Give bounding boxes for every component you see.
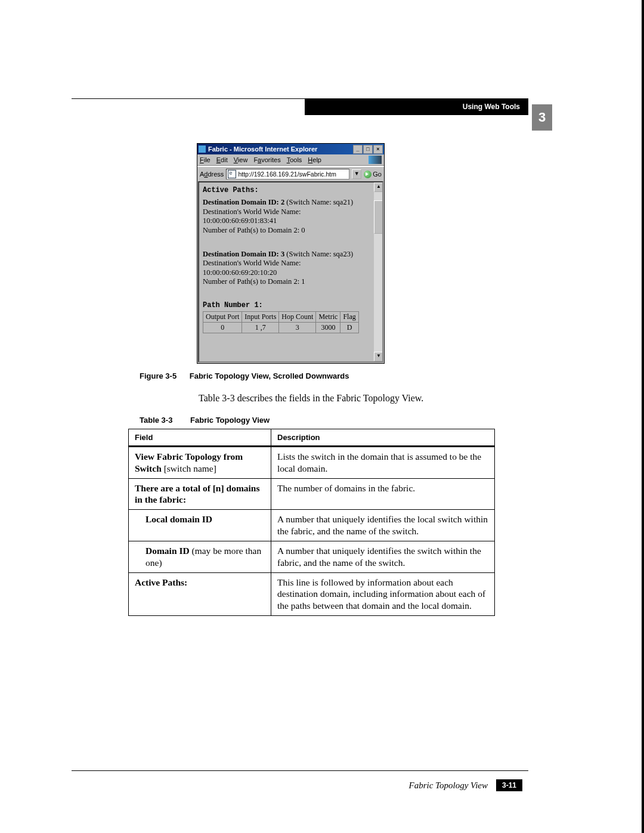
field-cell: Active Paths: bbox=[129, 572, 271, 615]
cell-flag: D bbox=[340, 323, 358, 333]
address-label: Address bbox=[200, 171, 224, 178]
menu-help[interactable]: Help bbox=[308, 156, 321, 163]
ie-logo-icon bbox=[199, 145, 206, 153]
chapter-number-box: 3 bbox=[532, 104, 552, 131]
go-icon bbox=[364, 171, 371, 178]
figure-title: Fabric Topology View, Scrolled Downwards bbox=[190, 371, 349, 380]
minimize-button[interactable]: _ bbox=[353, 145, 363, 154]
description-cell: The number of domains in the fabric. bbox=[271, 478, 495, 510]
dest-id-1: Destination Domain ID: 2 bbox=[203, 198, 284, 206]
table-title: Fabric Topology View bbox=[190, 416, 270, 425]
page-icon bbox=[228, 170, 236, 178]
menu-file[interactable]: File bbox=[200, 156, 210, 163]
wwn-value-2: 10:00:00:60:69:20:10:20 bbox=[203, 268, 370, 278]
col-flag: Flag bbox=[340, 312, 358, 323]
address-bar: Address http://192.168.169.21/swFabric.h… bbox=[197, 166, 384, 181]
description-cell: Lists the switch in the domain that is a… bbox=[271, 447, 495, 479]
table-row: Field Description bbox=[129, 429, 495, 447]
table-row: Active Paths:This line is followed by in… bbox=[129, 572, 495, 615]
field-cell: View Fabric Topology from Switch [switch… bbox=[129, 447, 271, 479]
figure-caption: Figure 3-5 Fabric Topology View, Scrolle… bbox=[140, 371, 349, 380]
menu-view[interactable]: View bbox=[234, 156, 248, 163]
window-title: Fabric - Microsoft Internet Explorer bbox=[208, 145, 317, 153]
footer-rule bbox=[72, 770, 528, 771]
scroll-up-button[interactable]: ▲ bbox=[374, 182, 383, 192]
table-row: 0 1 ,7 3 3000 D bbox=[203, 323, 359, 333]
path-table: Output Port Input Ports Hop Count Metric… bbox=[203, 311, 359, 333]
cell-input: 1 ,7 bbox=[242, 323, 279, 333]
cell-metric: 3000 bbox=[316, 323, 340, 333]
description-cell: This line is followed by information abo… bbox=[271, 572, 495, 615]
wwn-value-1: 10:00:00:60:69:01:83:41 bbox=[203, 216, 370, 226]
scrollbar[interactable]: ▲ ▼ bbox=[374, 182, 382, 361]
table-row: Domain ID (may be more than one)A number… bbox=[129, 541, 495, 572]
col-output-port: Output Port bbox=[203, 312, 242, 323]
description-cell: A number that uniquely identifies the sw… bbox=[271, 541, 495, 572]
paths-count-2: Number of Path(s) to Domain 2: 1 bbox=[203, 277, 370, 287]
ie-content-area: Active Paths: Destination Domain ID: 2 (… bbox=[198, 181, 383, 363]
table-row: View Fabric Topology from Switch [switch… bbox=[129, 447, 495, 479]
wwn-label-1: Destination's World Wide Name: bbox=[203, 208, 370, 217]
go-label: Go bbox=[373, 171, 382, 178]
dest-tail-2: (Switch Name: sqa23) bbox=[284, 250, 353, 258]
field-cell: There are a total of [n] domains in the … bbox=[129, 478, 271, 510]
footer-title: Fabric Topology View bbox=[408, 781, 488, 791]
table-number: Table 3-3 bbox=[140, 416, 172, 425]
wwn-label-2: Destination's World Wide Name: bbox=[203, 259, 370, 268]
window-titlebar: Fabric - Microsoft Internet Explorer _ □… bbox=[197, 144, 384, 154]
address-dropdown[interactable]: ▼ bbox=[352, 169, 361, 179]
fabric-content: Active Paths: Destination Domain ID: 2 (… bbox=[199, 182, 374, 361]
go-button[interactable]: Go bbox=[364, 171, 382, 178]
field-cell: Domain ID (may be more than one) bbox=[129, 541, 271, 572]
address-url: http://192.168.169.21/swFabric.htm bbox=[238, 171, 336, 178]
table-row: There are a total of [n] domains in the … bbox=[129, 478, 495, 510]
page-footer: Fabric Topology View 3-11 bbox=[408, 779, 522, 791]
scroll-down-button[interactable]: ▼ bbox=[374, 352, 383, 361]
menu-bar: File Edit View Favorites Tools Help bbox=[197, 154, 384, 165]
domain-block-2: Destination Domain ID: 3 (Switch Name: s… bbox=[203, 250, 370, 287]
address-input[interactable]: http://192.168.169.21/swFabric.htm bbox=[226, 169, 349, 179]
active-paths-heading: Active Paths: bbox=[203, 186, 370, 194]
table-row: Local domain IDA number that uniquely id… bbox=[129, 510, 495, 541]
page-number: 3-11 bbox=[496, 779, 522, 791]
ie-window: Fabric - Microsoft Internet Explorer _ □… bbox=[197, 143, 385, 364]
dest-tail-1: (Switch Name: sqa21) bbox=[284, 198, 353, 206]
table-row: Output Port Input Ports Hop Count Metric… bbox=[203, 312, 359, 323]
brand-icon bbox=[369, 156, 382, 164]
table-caption: Table 3-3 Fabric Topology View bbox=[140, 416, 270, 425]
fields-table: Field Description View Fabric Topology f… bbox=[128, 429, 495, 616]
section-title: Using Web Tools bbox=[305, 98, 528, 115]
paths-count-1: Number of Path(s) to Domain 2: 0 bbox=[203, 226, 370, 236]
dest-id-2: Destination Domain ID: 3 bbox=[203, 250, 284, 258]
col-hop-count: Hop Count bbox=[279, 312, 316, 323]
scroll-thumb[interactable] bbox=[374, 200, 383, 234]
col-input-ports: Input Ports bbox=[242, 312, 279, 323]
menu-edit[interactable]: Edit bbox=[216, 156, 228, 163]
col-metric: Metric bbox=[316, 312, 340, 323]
cell-hop: 3 bbox=[279, 323, 316, 333]
description-cell: A number that uniquely identifies the lo… bbox=[271, 510, 495, 541]
col-description: Description bbox=[271, 429, 495, 447]
col-field: Field bbox=[129, 429, 271, 447]
page-root: Using Web Tools 3 Fabric - Microsoft Int… bbox=[0, 0, 644, 833]
figure-number: Figure 3-5 bbox=[140, 371, 177, 380]
field-cell: Local domain ID bbox=[129, 510, 271, 541]
maximize-button[interactable]: □ bbox=[363, 145, 373, 154]
domain-block-1: Destination Domain ID: 2 (Switch Name: s… bbox=[203, 198, 370, 236]
menu-tools[interactable]: Tools bbox=[287, 156, 302, 163]
close-button[interactable]: × bbox=[373, 145, 383, 154]
cell-output: 0 bbox=[203, 323, 242, 333]
body-paragraph: Table 3-3 describes the fields in the Fa… bbox=[199, 393, 423, 404]
path-number-heading: Path Number 1: bbox=[203, 301, 370, 309]
menu-favorites[interactable]: Favorites bbox=[253, 156, 280, 163]
